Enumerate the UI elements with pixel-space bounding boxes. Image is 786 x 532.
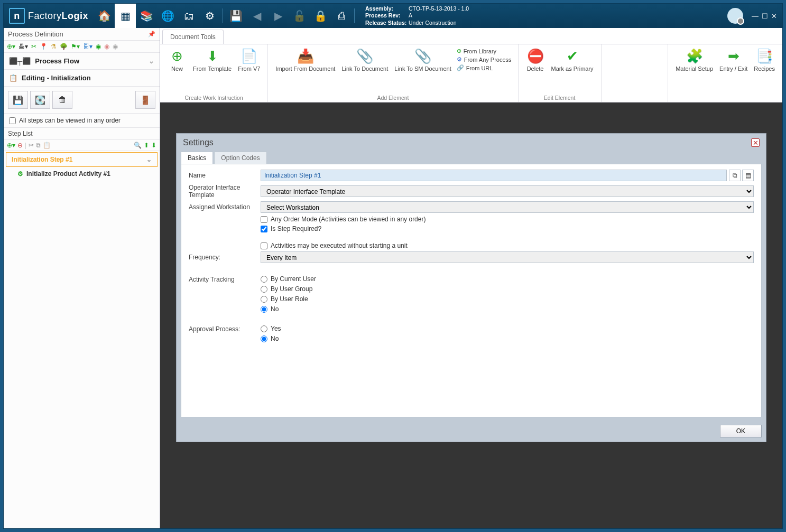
- print-dropdown[interactable]: 🖶▾: [19, 43, 28, 50]
- chevron-down-icon[interactable]: ⌄: [146, 156, 152, 163]
- forward-icon[interactable]: ▶: [267, 4, 289, 28]
- name-action2-icon[interactable]: ▤: [742, 170, 754, 181]
- trash-icon[interactable]: 🗑: [52, 91, 72, 109]
- globe-icon[interactable]: 🌐: [157, 4, 178, 28]
- tracking-current-radio[interactable]: [261, 276, 267, 283]
- is-required-checkbox[interactable]: [261, 226, 267, 232]
- material-setup-button[interactable]: 🧩Material Setup: [672, 46, 716, 73]
- any-order-mode-label: Any Order Mode (Activities can be viewed…: [271, 216, 426, 223]
- tree-icon[interactable]: 🌳: [60, 43, 68, 50]
- activity-item-initialize[interactable]: ⚙ Initialize Product Activity #1: [4, 168, 160, 180]
- search-icon[interactable]: 🔍: [134, 142, 142, 149]
- circle1-icon[interactable]: ◉: [96, 43, 101, 50]
- exec-without-checkbox[interactable]: [261, 242, 267, 249]
- oit-select[interactable]: Operator Interface Template: [261, 185, 754, 197]
- unlock-icon[interactable]: 🔓: [289, 4, 310, 28]
- door-icon[interactable]: 🚪: [135, 91, 155, 109]
- rev-value: A: [409, 12, 412, 18]
- stack-icon[interactable]: 📚: [136, 4, 157, 28]
- tab-basics[interactable]: Basics: [181, 152, 213, 164]
- from-library-link[interactable]: ⊕From Library: [457, 48, 512, 54]
- circle2-icon[interactable]: ◉: [104, 43, 109, 50]
- logo-mark: n: [9, 8, 25, 24]
- from-url-link[interactable]: 🔗From URL: [457, 64, 512, 71]
- down-icon[interactable]: ⬇: [151, 142, 156, 149]
- disk2-icon[interactable]: 💽: [30, 91, 50, 109]
- close-button[interactable]: ✕: [771, 12, 777, 20]
- any-order-mode-checkbox[interactable]: [261, 216, 267, 223]
- cut-icon[interactable]: ✂: [31, 43, 36, 50]
- title-toolbar: 🏠 ▦ 📚 🌐 🗂 ⚙ 💾 ◀ ▶ 🔓 🔒 ⎙: [94, 4, 357, 28]
- step-item-initialization[interactable]: Initialization Step #1 ⌄: [6, 152, 158, 167]
- process-flow-row[interactable]: ⬛┬⬛ Process Flow ⌄: [4, 53, 160, 70]
- settings-close-icon[interactable]: ✕: [751, 138, 760, 147]
- workstation-label: Assigned Workstation: [189, 203, 261, 211]
- ok-button[interactable]: OK: [720, 425, 762, 437]
- any-order-checkbox[interactable]: [9, 117, 16, 124]
- tab-document-tools[interactable]: Document Tools: [162, 30, 224, 44]
- list-icon[interactable]: 🗂: [178, 4, 199, 28]
- barcode-icon[interactable]: ⎙: [331, 4, 352, 28]
- settings-tabs: Basics Option Codes: [177, 152, 766, 164]
- tracking-group-radio[interactable]: [261, 286, 267, 293]
- db-dropdown[interactable]: 🗄▾: [83, 43, 93, 50]
- delete-button[interactable]: ⛔Delete: [523, 46, 548, 73]
- gear-icon[interactable]: ⚙: [199, 4, 220, 28]
- frequency-select[interactable]: Every Item: [261, 251, 754, 263]
- chevron-down-icon[interactable]: ⌄: [149, 57, 154, 65]
- entry-exit-button[interactable]: ➡Entry / Exit: [716, 46, 751, 73]
- mark-primary-button[interactable]: ✔Mark as Primary: [548, 46, 597, 73]
- tracking-role-radio[interactable]: [261, 296, 267, 303]
- grid-icon[interactable]: ▦: [115, 4, 136, 28]
- pin2-icon[interactable]: 📍: [40, 43, 48, 50]
- approval-yes-radio[interactable]: [261, 325, 267, 332]
- step1-label: Initialization Step #1: [12, 156, 72, 163]
- approval-no-radio[interactable]: [261, 335, 267, 342]
- user-icon[interactable]: [727, 8, 743, 24]
- flag-dropdown[interactable]: ⚑▾: [71, 43, 80, 50]
- tab-option-codes[interactable]: Option Codes: [214, 152, 266, 164]
- frequency-label: Frequency:: [189, 254, 261, 261]
- settings-panel: Settings ✕ Basics Option Codes Name ⧉: [176, 133, 766, 442]
- recipes-button[interactable]: 📑Recipes: [751, 46, 778, 73]
- circle3-icon[interactable]: ◉: [113, 43, 118, 50]
- sidebar-title-text: Process Definition: [8, 30, 63, 38]
- workstation-select[interactable]: Select Workstation: [261, 201, 754, 213]
- add-dropdown[interactable]: ⊕▾: [7, 43, 15, 50]
- pin-icon[interactable]: 📌: [148, 31, 155, 38]
- from-any-process-link[interactable]: ⚙From Any Process: [457, 56, 512, 63]
- group-label-create: Create Work Instruction: [164, 94, 263, 101]
- disk-icon[interactable]: 💾: [8, 91, 28, 109]
- activity1-label: Initialize Product Activity #1: [26, 170, 110, 178]
- flask-icon[interactable]: ⚗: [51, 43, 57, 50]
- from-v7-button[interactable]: 📄From V7: [235, 46, 263, 73]
- ribbon-group-add: 📥Import From Document 📎Link To Document …: [268, 44, 518, 102]
- back-icon[interactable]: ◀: [246, 4, 267, 28]
- home-icon[interactable]: 🏠: [94, 4, 115, 28]
- add-step-dropdown[interactable]: ⊕▾: [7, 142, 15, 149]
- editing-row[interactable]: 📋 Editing - Initialization: [4, 70, 160, 87]
- name-action1-icon[interactable]: ⧉: [729, 170, 741, 181]
- remove-step[interactable]: ⊖: [17, 142, 23, 149]
- up-icon[interactable]: ⬆: [144, 142, 149, 149]
- approval-no-label: No: [271, 335, 279, 342]
- import-doc-button[interactable]: 📥Import From Document: [272, 46, 338, 73]
- any-order-label: All steps can be viewed in any order: [19, 117, 121, 124]
- link-sm-button[interactable]: 📎Link To SM Document: [391, 46, 454, 73]
- maximize-button[interactable]: ☐: [762, 12, 768, 20]
- tracking-no-radio[interactable]: [261, 306, 267, 313]
- minimize-button[interactable]: —: [752, 12, 759, 20]
- copy-icon[interactable]: ⧉: [36, 142, 41, 149]
- scissors-icon[interactable]: ✂: [29, 142, 34, 149]
- editing-label: Editing - Initialization: [22, 74, 91, 82]
- lock-icon[interactable]: 🔒: [310, 4, 331, 28]
- name-input[interactable]: [261, 170, 727, 181]
- link-doc-button[interactable]: 📎Link To Document: [338, 46, 391, 73]
- new-button[interactable]: ⊕New: [164, 46, 190, 73]
- assembly-value: CTO-TP-5-13-2013 - 1.0: [409, 5, 469, 12]
- save-icon[interactable]: 💾: [225, 4, 246, 28]
- gear-green-icon: ⚙: [17, 170, 23, 178]
- approval-label: Approval Process:: [189, 325, 261, 333]
- from-template-button[interactable]: ⬇From Template: [190, 46, 235, 73]
- paste-icon[interactable]: 📋: [43, 142, 51, 149]
